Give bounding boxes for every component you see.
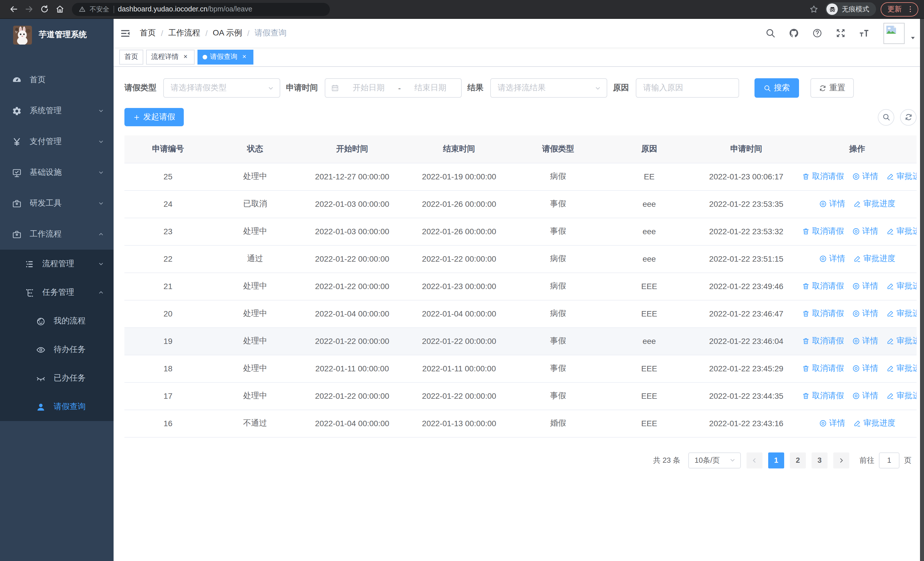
table-row[interactable]: 18处理中2022-01-11 00:00:002022-01-11 00:00… xyxy=(124,355,916,382)
cell-status: 处理中 xyxy=(212,163,298,190)
create-leave-button[interactable]: 发起请假 xyxy=(124,108,184,126)
detail-action-link[interactable]: 详情 xyxy=(819,199,845,209)
reset-button[interactable]: 重置 xyxy=(810,78,854,98)
browser-forward-button[interactable] xyxy=(21,2,36,17)
detail-action-link[interactable]: 详情 xyxy=(819,418,845,428)
tab-home[interactable]: 首页 xyxy=(119,50,143,64)
breadcrumb-item[interactable]: 工作流程 xyxy=(168,28,200,38)
close-icon[interactable]: × xyxy=(240,53,248,61)
cancel-action-link[interactable]: 取消请假 xyxy=(802,363,844,373)
progress-action-link[interactable]: 审批进度 xyxy=(853,253,896,264)
table-row[interactable]: 22通过2022-01-22 00:00:002022-01-22 00:00:… xyxy=(124,245,916,272)
apply-time-range-picker[interactable]: 开始日期 - 结束日期 xyxy=(325,78,462,98)
sidebar-item-infra[interactable]: 基础设施 xyxy=(0,157,114,188)
trash-icon xyxy=(802,337,810,345)
progress-action-link[interactable]: 审批进度 xyxy=(886,308,917,319)
cancel-action-link[interactable]: 取消请假 xyxy=(802,226,844,236)
table-row[interactable]: 17处理中2022-01-22 00:00:002022-01-22 00:00… xyxy=(124,382,916,410)
result-select[interactable]: 请选择流结果 xyxy=(490,78,607,98)
github-icon[interactable] xyxy=(789,28,799,38)
address-bar[interactable]: 不安全 dashboard.yudao.iocoder.cn/bpm/oa/le… xyxy=(72,3,330,16)
detail-action-link[interactable]: 详情 xyxy=(852,335,878,346)
sidebar-fold-icon[interactable] xyxy=(120,28,131,39)
end-date-input[interactable]: 结束日期 xyxy=(405,83,455,93)
browser-reload-button[interactable] xyxy=(36,2,52,17)
progress-action-link[interactable]: 审批进度 xyxy=(886,171,917,181)
update-label[interactable]: 更新 xyxy=(888,4,902,14)
detail-action-link[interactable]: 详情 xyxy=(852,281,878,291)
avatar[interactable] xyxy=(884,23,904,44)
sidebar-item-payment[interactable]: 支付管理 xyxy=(0,126,114,157)
page-size-select[interactable]: 10条/页 xyxy=(688,452,741,468)
view-icon xyxy=(852,392,860,400)
help-icon[interactable] xyxy=(812,28,822,38)
cancel-action-link[interactable]: 取消请假 xyxy=(802,281,844,291)
page-url[interactable]: dashboard.yudao.iocoder.cn/bpm/oa/leave xyxy=(118,5,252,13)
table-row[interactable]: 21处理中2022-01-22 00:00:002022-01-23 00:00… xyxy=(124,272,916,300)
browser-scrollbar[interactable] xyxy=(920,19,924,561)
progress-action-link[interactable]: 审批进度 xyxy=(853,199,896,209)
sidebar-item-leave-query[interactable]: 请假查询 xyxy=(0,393,114,421)
progress-action-link[interactable]: 审批进度 xyxy=(886,335,917,346)
browser-back-button[interactable] xyxy=(6,2,21,17)
cancel-action-link[interactable]: 取消请假 xyxy=(802,391,844,401)
detail-action-link[interactable]: 详情 xyxy=(852,391,878,401)
menu-dots-icon[interactable] xyxy=(906,5,914,13)
toggle-search-button[interactable] xyxy=(878,109,894,125)
detail-action-link[interactable]: 详情 xyxy=(819,253,845,264)
detail-action-link[interactable]: 详情 xyxy=(852,171,878,181)
reason-input[interactable]: 请输入原因 xyxy=(636,78,739,98)
sidebar-item-my-process[interactable]: 我的流程 xyxy=(0,307,114,335)
goto-page-input[interactable]: 1 xyxy=(879,452,900,468)
tab-leave-query[interactable]: 请假查询× xyxy=(198,50,254,64)
cell-end: 2022-01-04 00:00:00 xyxy=(405,300,513,327)
detail-action-link[interactable]: 详情 xyxy=(852,308,878,319)
sidebar-item-process-mgmt[interactable]: 流程管理 xyxy=(0,250,114,278)
bookmark-star-icon[interactable] xyxy=(809,5,818,14)
sidebar-item-done-tasks[interactable]: 已办任务 xyxy=(0,364,114,393)
sidebar-item-task-mgmt[interactable]: 任务管理 xyxy=(0,278,114,307)
next-page-button[interactable] xyxy=(833,452,849,468)
page-button-1[interactable]: 1 xyxy=(768,452,784,468)
progress-action-link[interactable]: 审批进度 xyxy=(853,418,896,428)
start-date-input[interactable]: 开始日期 xyxy=(344,83,393,93)
sidebar-logo-row[interactable]: 芋道管理系统 xyxy=(0,19,114,51)
cancel-action-link[interactable]: 取消请假 xyxy=(802,171,844,181)
table-row[interactable]: 16不通过2022-01-04 00:00:002022-01-13 00:00… xyxy=(124,410,916,437)
page-button-2[interactable]: 2 xyxy=(790,452,806,468)
table-row[interactable]: 19处理中2022-01-22 00:00:002022-01-22 00:00… xyxy=(124,327,916,355)
tab-process-detail[interactable]: 流程详情× xyxy=(146,50,195,64)
table-row[interactable]: 20处理中2022-01-04 00:00:002022-01-04 00:00… xyxy=(124,300,916,327)
table-row[interactable]: 23处理中2022-01-03 00:00:002022-01-26 00:00… xyxy=(124,218,916,245)
sidebar-item-workflow[interactable]: 工作流程 xyxy=(0,219,114,250)
sidebar-item-home[interactable]: 首页 xyxy=(0,65,114,95)
sidebar-item-todo-tasks[interactable]: 待办任务 xyxy=(0,335,114,364)
cancel-action-link[interactable]: 取消请假 xyxy=(802,335,844,346)
sidebar-item-system[interactable]: 系统管理 xyxy=(0,95,114,126)
detail-action-link[interactable]: 详情 xyxy=(852,226,878,236)
progress-action-link[interactable]: 审批进度 xyxy=(886,363,917,373)
browser-home-button[interactable] xyxy=(52,2,68,17)
progress-action-link[interactable]: 审批进度 xyxy=(886,226,917,236)
prev-page-button[interactable] xyxy=(747,452,762,468)
progress-action-link[interactable]: 审批进度 xyxy=(886,391,917,401)
progress-action-link[interactable]: 审批进度 xyxy=(886,281,917,291)
fullscreen-icon[interactable] xyxy=(836,28,846,38)
font-size-icon[interactable] xyxy=(859,28,869,38)
security-label[interactable]: 不安全 xyxy=(90,5,109,14)
table-row[interactable]: 24已取消2022-01-03 00:00:002022-01-26 00:00… xyxy=(124,190,916,218)
search-icon[interactable] xyxy=(765,28,776,38)
breadcrumb-item[interactable]: 首页 xyxy=(140,28,156,38)
refresh-table-button[interactable] xyxy=(900,109,916,125)
page-button-3[interactable]: 3 xyxy=(812,452,828,468)
search-button[interactable]: 搜索 xyxy=(754,78,799,98)
leave-type-select[interactable]: 请选择请假类型 xyxy=(163,78,280,98)
close-icon[interactable]: × xyxy=(182,53,189,61)
breadcrumb-item[interactable]: OA 示例 xyxy=(213,28,242,38)
browser-update-menu[interactable]: 更新 xyxy=(880,2,918,16)
detail-action-link[interactable]: 详情 xyxy=(852,363,878,373)
table-row[interactable]: 25处理中2021-12-27 00:00:002022-01-19 00:00… xyxy=(124,163,916,190)
user-menu[interactable] xyxy=(884,23,916,44)
cancel-action-link[interactable]: 取消请假 xyxy=(802,308,844,319)
sidebar-item-dev-tools[interactable]: 研发工具 xyxy=(0,188,114,219)
